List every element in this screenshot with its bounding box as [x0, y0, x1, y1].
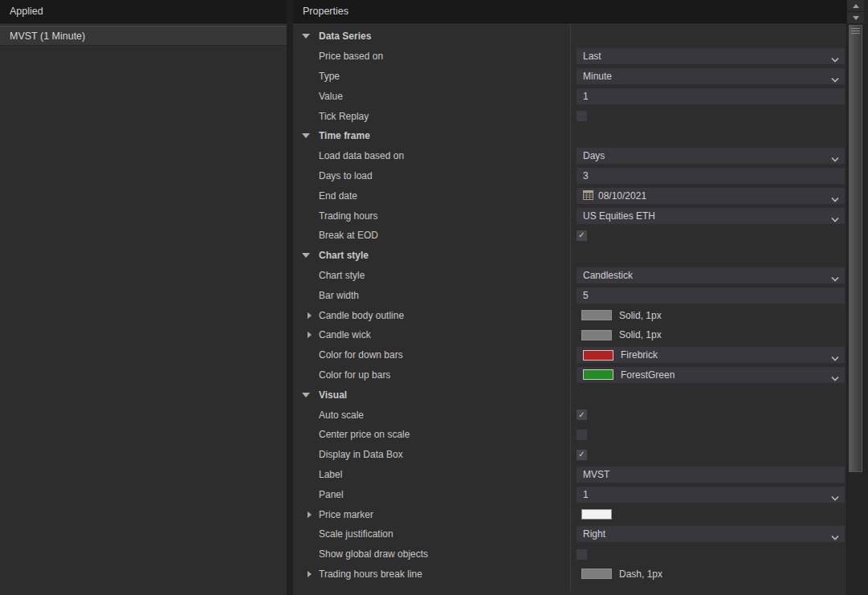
- checkbox-center-price-on-scale[interactable]: [577, 430, 587, 440]
- section-collapse-icon[interactable]: [302, 253, 310, 258]
- dropdown-trading-hours[interactable]: US Equities ETH: [577, 208, 845, 224]
- checkbox-display-in-data-box[interactable]: ✓: [577, 450, 587, 460]
- property-row-load-data-based-on[interactable]: Load data based onDays: [293, 146, 846, 166]
- property-value-cell: ForestGreen: [577, 367, 845, 383]
- scroll-up-button[interactable]: [847, 0, 864, 12]
- property-label: Label: [319, 469, 342, 480]
- dropdown-color-for-up-bars[interactable]: ForestGreen: [577, 367, 845, 383]
- section-header-time-frame[interactable]: Time frame: [293, 126, 846, 146]
- property-row-break-at-eod[interactable]: Break at EOD✓: [293, 226, 846, 246]
- property-row-price-marker[interactable]: Price marker: [293, 504, 846, 524]
- dropdown-chart-style[interactable]: Candlestick: [577, 267, 845, 283]
- chevron-down-icon: [831, 214, 839, 225]
- property-row-end-date[interactable]: End date08/10/2021: [293, 185, 846, 206]
- properties-panel-title: Properties: [303, 6, 348, 17]
- property-row-panel[interactable]: Panel1: [293, 484, 846, 504]
- property-label-cell: Break at EOD: [293, 230, 577, 241]
- text-input-value[interactable]: 1: [577, 88, 845, 104]
- property-row-trading-hours[interactable]: Trading hoursUS Equities ETH: [293, 206, 846, 226]
- field-value: ForestGreen: [621, 369, 674, 381]
- property-row-candle-body-outline[interactable]: Candle body outlineSolid, 1px: [293, 305, 846, 325]
- chevron-down-icon: [831, 492, 839, 503]
- line-style-preview[interactable]: Dash, 1px: [577, 569, 662, 580]
- chevron-down-icon: [831, 353, 839, 364]
- applied-list: MVST (1 Minute): [0, 23, 287, 46]
- section-header-chart-style[interactable]: Chart style: [293, 246, 846, 266]
- dropdown-end-date[interactable]: 08/10/2021: [577, 188, 845, 204]
- property-label-cell: End date: [293, 190, 577, 202]
- checkbox-show-global-draw-objects[interactable]: [577, 549, 587, 560]
- scrollbar-thumb[interactable]: [849, 25, 862, 472]
- field-value: Minute: [583, 71, 612, 82]
- section-collapse-icon[interactable]: [302, 393, 310, 397]
- dropdown-color-for-down-bars[interactable]: Firebrick: [577, 347, 845, 363]
- color-swatch: [583, 369, 613, 380]
- property-row-trading-hours-break-line[interactable]: Trading hours break lineDash, 1px: [293, 564, 846, 585]
- property-label-cell: Color for down bars: [293, 349, 577, 361]
- property-value-cell: 5: [577, 287, 845, 304]
- expand-arrow-icon[interactable]: [308, 312, 312, 319]
- line-style-preview[interactable]: [577, 509, 612, 520]
- property-row-show-global-draw-objects[interactable]: Show global draw objects: [293, 544, 846, 564]
- section-collapse-icon[interactable]: [302, 133, 310, 138]
- property-row-label[interactable]: LabelMVST: [293, 465, 846, 485]
- text-input-days-to-load[interactable]: 3: [577, 168, 845, 184]
- field-value: MVST: [583, 469, 609, 480]
- section-header-data-series[interactable]: Data Series: [293, 26, 846, 47]
- property-row-candle-wick[interactable]: Candle wickSolid, 1px: [293, 325, 846, 345]
- property-value-cell: 1: [577, 88, 845, 104]
- line-swatch: [581, 310, 612, 320]
- property-label-cell: Chart style: [293, 270, 577, 281]
- field-value: Candlestick: [583, 270, 633, 281]
- scroll-down-button[interactable]: [847, 12, 864, 24]
- expand-arrow-icon[interactable]: [308, 332, 312, 338]
- property-value-cell: Minute: [577, 68, 845, 84]
- property-label: Show global draw objects: [319, 548, 428, 560]
- applied-item-mvst[interactable]: MVST (1 Minute): [0, 26, 287, 46]
- property-row-type[interactable]: TypeMinute: [293, 67, 846, 87]
- property-label-cell: Label: [293, 469, 577, 480]
- field-value: Days: [583, 150, 605, 161]
- property-label-cell: Candle body outline: [293, 310, 577, 321]
- property-row-auto-scale[interactable]: Auto scale✓: [293, 405, 846, 425]
- line-style-preview[interactable]: Solid, 1px: [577, 329, 662, 340]
- property-label: Color for up bars: [319, 369, 390, 381]
- property-label: Days to load: [319, 170, 373, 181]
- checkbox-break-at-eod[interactable]: ✓: [577, 230, 587, 241]
- dropdown-price-based-on[interactable]: Last: [577, 48, 845, 64]
- property-label-cell: Load data based on: [293, 150, 577, 161]
- property-value-cell: 1: [577, 487, 845, 503]
- property-label-cell: Data Series: [293, 31, 577, 42]
- text-input-label[interactable]: MVST: [577, 467, 845, 483]
- section-header-visual[interactable]: Visual: [293, 385, 846, 405]
- dropdown-type[interactable]: Minute: [577, 68, 845, 84]
- checkmark-icon: ✓: [578, 231, 585, 239]
- property-row-center-price-on-scale[interactable]: Center price on scale: [293, 425, 846, 445]
- dropdown-load-data-based-on[interactable]: Days: [577, 148, 845, 164]
- property-label: Chart style: [319, 270, 365, 281]
- property-row-price-based-on[interactable]: Price based onLast: [293, 47, 846, 67]
- property-value-cell: 08/10/2021: [577, 188, 845, 204]
- section-collapse-icon[interactable]: [302, 34, 310, 39]
- expand-arrow-icon[interactable]: [308, 571, 312, 577]
- vertical-scrollbar[interactable]: [846, 0, 864, 595]
- property-row-bar-width[interactable]: Bar width5: [293, 285, 846, 305]
- expand-arrow-icon[interactable]: [308, 511, 312, 518]
- property-row-color-for-down-bars[interactable]: Color for down barsFirebrick: [293, 345, 846, 365]
- checkbox-auto-scale[interactable]: ✓: [577, 410, 587, 420]
- property-label-cell: Scale justification: [293, 528, 577, 540]
- scroll-down-icon: [853, 16, 859, 20]
- checkbox-tick-replay[interactable]: [577, 111, 587, 121]
- dropdown-scale-justification[interactable]: Right: [577, 526, 845, 542]
- property-row-display-in-data-box[interactable]: Display in Data Box✓: [293, 445, 846, 465]
- text-input-bar-width[interactable]: 5: [577, 287, 845, 304]
- property-row-color-for-up-bars[interactable]: Color for up barsForestGreen: [293, 365, 846, 385]
- property-row-tick-replay[interactable]: Tick Replay: [293, 106, 846, 126]
- property-row-value[interactable]: Value1: [293, 86, 846, 106]
- property-value-cell: ✓: [577, 450, 845, 460]
- property-row-scale-justification[interactable]: Scale justificationRight: [293, 524, 846, 544]
- dropdown-panel[interactable]: 1: [577, 487, 845, 503]
- property-row-days-to-load[interactable]: Days to load3: [293, 166, 846, 186]
- property-row-chart-style[interactable]: Chart styleCandlestick: [293, 266, 846, 286]
- line-style-preview[interactable]: Solid, 1px: [577, 310, 662, 321]
